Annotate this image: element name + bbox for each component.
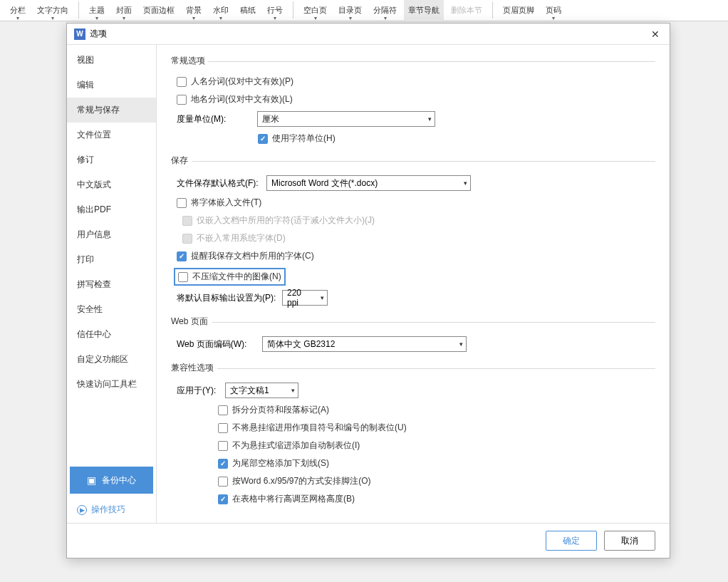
label-word6-footnote: 按Word 6.x/95/97的方式安排脚注(O)	[232, 475, 370, 487]
checkbox-embed-fonts[interactable]	[177, 198, 187, 208]
label-embed-used: 仅嵌入文档中所用的字符(适于减小文件大小)(J)	[197, 214, 375, 227]
ribbon-separator[interactable]: 分隔符	[369, 0, 401, 20]
dialog-app-icon: W	[74, 28, 85, 40]
checkbox-remind-fonts[interactable]	[177, 251, 187, 261]
select-apply-to[interactable]: 文字文稿1	[225, 383, 298, 398]
ribbon-manuscript[interactable]: 稿纸	[236, 0, 260, 20]
ribbon-cover[interactable]: 封面	[112, 0, 136, 20]
ribbon-background[interactable]: 背景	[182, 0, 206, 20]
select-web-encoding[interactable]: 简体中文 GB2312	[262, 336, 467, 352]
section-compat-title: 兼容性选项	[171, 362, 655, 374]
sidebar-item-file-location[interactable]: 文件位置	[67, 123, 156, 147]
label-unit: 度量单位(M):	[177, 113, 251, 125]
checkbox-split-break[interactable]	[218, 405, 228, 415]
sidebar-item-output-pdf[interactable]: 输出PDF	[67, 197, 156, 222]
section-general-title: 常规选项	[171, 55, 655, 67]
sidebar-item-quick-access[interactable]: 快速访问工具栏	[67, 372, 156, 397]
select-unit[interactable]: 厘米	[257, 111, 435, 127]
checkbox-place-segment[interactable]	[177, 95, 187, 105]
ribbon-page-border[interactable]: 页面边框	[139, 0, 179, 20]
sidebar-item-trust-center[interactable]: 信任中心	[67, 322, 156, 347]
label-file-format: 文件保存默认格式(F):	[177, 177, 261, 189]
ribbon-chapter-nav[interactable]: 章节导航	[404, 0, 444, 20]
tips-icon: ▶	[77, 505, 87, 515]
ribbon-toc-page[interactable]: 目录页	[334, 0, 366, 20]
ribbon-blank-page[interactable]: 空白页	[299, 0, 331, 20]
operation-tips-link[interactable]: ▶ 操作技巧	[67, 497, 156, 523]
backup-icon: ▣	[87, 474, 96, 486]
ribbon-toolbar: 分栏 文字方向 主题 封面 页面边框 背景 水印 稿纸 行号 空白页 目录页 分…	[0, 0, 728, 21]
label-no-sys-fonts: 不嵌入常用系统字体(D)	[197, 232, 286, 244]
label-no-hang-tab: 不将悬挂缩进用作项目符号和编号的制表位(U)	[232, 422, 407, 434]
ok-button[interactable]: 确定	[546, 531, 597, 551]
dialog-title-text: 选项	[90, 28, 648, 40]
label-place-segment: 地名分词(仅对中文有效)(L)	[191, 93, 293, 105]
checkbox-embed-used	[182, 216, 192, 226]
label-underline-trail: 为尾部空格添加下划线(S)	[232, 457, 329, 469]
cancel-button[interactable]: 取消	[604, 531, 655, 551]
ribbon-watermark[interactable]: 水印	[209, 0, 233, 20]
checkbox-no-auto-tab[interactable]	[218, 441, 228, 451]
section-save-title: 保存	[171, 155, 655, 167]
sidebar-item-edit[interactable]: 编辑	[67, 73, 156, 98]
dialog-close-button[interactable]: ✕	[648, 27, 662, 41]
select-file-format[interactable]: Microsoft Word 文件(*.docx)	[266, 175, 471, 191]
ribbon-header-footer[interactable]: 页眉页脚	[499, 0, 539, 20]
label-char-unit: 使用字符单位(H)	[272, 132, 336, 145]
sidebar-item-spellcheck[interactable]: 拼写检查	[67, 272, 156, 297]
sidebar-item-view[interactable]: 视图	[67, 48, 156, 73]
ribbon-page-number[interactable]: 页码	[541, 0, 566, 20]
checkbox-char-unit[interactable]	[258, 134, 268, 144]
ribbon-line-number[interactable]: 行号	[263, 0, 287, 20]
label-no-compress: 不压缩文件中的图像(N)	[192, 271, 281, 283]
tips-label: 操作技巧	[91, 504, 125, 516]
checkbox-no-compress[interactable]	[178, 272, 188, 282]
options-dialog: W 选项 ✕ 视图 编辑 常规与保存 文件位置 修订 中文版式 输出PDF 用户…	[66, 23, 670, 558]
label-name-segment: 人名分词(仅对中文有效)(P)	[191, 76, 293, 88]
label-apply-to: 应用于(Y):	[177, 385, 219, 397]
label-table-row-grid: 在表格中将行高调至网格高度(B)	[232, 493, 355, 505]
sidebar-item-general-save[interactable]: 常规与保存	[67, 98, 156, 123]
checkbox-underline-trail[interactable]	[218, 459, 228, 469]
ribbon-delete-section: 删除本节	[447, 0, 487, 20]
checkbox-word6-footnote[interactable]	[218, 477, 228, 487]
label-split-break: 拆分分页符和段落标记(A)	[232, 404, 329, 416]
ribbon-columns[interactable]: 分栏	[6, 0, 30, 20]
label-web-encoding: Web 页面编码(W):	[177, 338, 256, 350]
sidebar-item-chinese-layout[interactable]: 中文版式	[67, 172, 156, 197]
label-no-auto-tab: 不为悬挂式缩进添加自动制表位(I)	[232, 440, 360, 452]
sidebar-item-custom-ribbon[interactable]: 自定义功能区	[67, 347, 156, 372]
select-output-ppi[interactable]: 220 ppi	[282, 290, 328, 306]
checkbox-table-row-grid[interactable]	[218, 494, 228, 504]
sidebar-item-user-info[interactable]: 用户信息	[67, 222, 156, 247]
section-web-title: Web 页面	[171, 316, 655, 328]
label-output-ppi: 将默认目标输出设置为(P):	[177, 292, 276, 304]
checkbox-no-sys-fonts	[182, 234, 192, 244]
sidebar-item-revision[interactable]: 修订	[67, 147, 156, 172]
ribbon-text-direction[interactable]: 文字方向	[33, 0, 73, 20]
checkbox-no-hang-tab[interactable]	[218, 423, 228, 433]
label-remind-fonts: 提醒我保存文档中所用的字体(C)	[191, 250, 314, 262]
ribbon-theme[interactable]: 主题	[85, 0, 109, 20]
checkbox-name-segment[interactable]	[177, 77, 187, 87]
dialog-footer: 确定 取消	[67, 523, 670, 558]
highlight-no-compress: 不压缩文件中的图像(N)	[174, 268, 286, 286]
backup-center-button[interactable]: ▣ 备份中心	[70, 467, 153, 494]
backup-label: 备份中心	[102, 474, 136, 487]
content-panel: 常规选项 人名分词(仅对中文有效)(P) 地名分词(仅对中文有效)(L) 度量单…	[157, 45, 670, 523]
sidebar-item-security[interactable]: 安全性	[67, 297, 156, 322]
sidebar: 视图 编辑 常规与保存 文件位置 修订 中文版式 输出PDF 用户信息 打印 拼…	[67, 45, 157, 523]
dialog-titlebar: W 选项 ✕	[67, 24, 670, 45]
sidebar-item-print[interactable]: 打印	[67, 247, 156, 272]
label-embed-fonts: 将字体嵌入文件(T)	[191, 197, 261, 209]
